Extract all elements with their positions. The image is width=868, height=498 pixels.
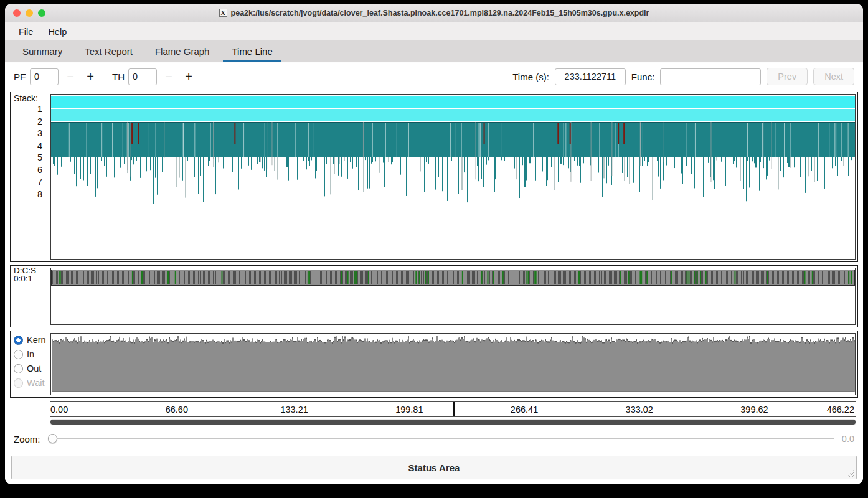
axis-tick-label: 133.21: [280, 405, 308, 415]
radio-option-out[interactable]: Out: [14, 364, 50, 374]
resize-grip[interactable]: [847, 469, 854, 477]
radio-out-label: Out: [27, 364, 41, 374]
kern-gutter: Kern In Out Wait: [11, 331, 50, 397]
pe-decrement-button[interactable]: −: [62, 68, 78, 85]
stack-row-label-3: 3: [14, 128, 42, 140]
func-label: Func:: [631, 72, 655, 82]
th-decrement-button[interactable]: −: [161, 68, 177, 85]
tab-time-line[interactable]: Time Line: [223, 40, 281, 62]
th-label: TH: [112, 72, 125, 82]
window-title-text: pea2k:/lus/scratch/jvogt/data/clover_lea…: [231, 9, 649, 17]
stack-row-labels: 1 2 3 4 5 6 7 8: [14, 103, 50, 200]
axis-tick-label: 66.60: [166, 405, 188, 415]
scrollbar-thumb[interactable]: [50, 420, 856, 425]
axis-gutter-spacer: [10, 401, 50, 417]
stack-gutter: Stack: 1 2 3 4 5 6 7 8: [11, 92, 50, 261]
dcs-id-label: 0:0:1: [14, 275, 50, 283]
horizontal-scrollbar[interactable]: [50, 419, 856, 425]
axis-tick-label: 466.22: [827, 405, 854, 415]
status-area: Status Area: [11, 456, 857, 479]
stack-row-label-1: 1: [14, 103, 42, 116]
axis-tick-label: 266.41: [511, 405, 538, 415]
traffic-lights: [13, 9, 45, 17]
tab-flame-graph[interactable]: Flame Graph: [146, 40, 219, 62]
radio-kern-label: Kern: [27, 335, 46, 345]
tab-summary[interactable]: Summary: [14, 40, 71, 62]
axis-tick-label: 0.00: [50, 405, 68, 415]
menu-bar: File Help: [5, 22, 863, 40]
dcs-chartbox: [50, 268, 856, 325]
radio-out-icon[interactable]: [14, 364, 23, 374]
close-button[interactable]: [13, 9, 21, 17]
stack-timeline-canvas[interactable]: [51, 95, 855, 259]
kern-panel: Kern In Out Wait: [10, 331, 858, 398]
stack-row-label-7: 7: [14, 176, 42, 189]
scrollbar-gutter-spacer: [10, 419, 50, 425]
radio-option-wait[interactable]: Wait: [14, 378, 50, 388]
tab-text-report[interactable]: Text Report: [76, 40, 141, 62]
th-increment-button[interactable]: +: [181, 68, 197, 85]
tab-bar: Summary Text Report Flame Graph Time Lin…: [5, 40, 863, 63]
zoom-slider[interactable]: [48, 434, 834, 444]
prev-button[interactable]: Prev: [767, 68, 808, 85]
radio-option-kern[interactable]: Kern: [14, 335, 50, 345]
dcs-timeline-canvas[interactable]: [51, 268, 855, 324]
window-title: X pea2k:/lus/scratch/jvogt/data/clover_l…: [219, 9, 649, 17]
time-axis[interactable]: 0.0066.60133.21199.81266.41333.02399.624…: [50, 401, 856, 417]
time-input[interactable]: [555, 68, 626, 85]
stack-chartbox: [50, 94, 856, 260]
zoom-slider-knob[interactable]: [48, 434, 57, 443]
time-axis-row: 0.0066.60133.21199.81266.41333.02399.624…: [10, 401, 858, 417]
radio-option-in[interactable]: In: [14, 349, 50, 359]
radio-in-icon[interactable]: [14, 350, 23, 359]
stack-row-label-2: 2: [14, 116, 42, 128]
titlebar: X pea2k:/lus/scratch/jvogt/data/clover_l…: [5, 4, 863, 22]
stack-panel: Stack: 1 2 3 4 5 6 7 8: [10, 92, 858, 262]
stack-row-label-8: 8: [14, 189, 42, 201]
status-text: Status Area: [408, 463, 460, 473]
radio-wait-label: Wait: [27, 378, 44, 388]
zoom-value: 0.0: [842, 434, 854, 444]
main-area: Stack: 1 2 3 4 5 6 7 8 D:C:S 0:0:: [5, 90, 863, 484]
radio-kern-icon[interactable]: [14, 336, 23, 345]
pe-label: PE: [14, 72, 26, 82]
app-window: X pea2k:/lus/scratch/jvogt/data/clover_l…: [5, 4, 863, 484]
toolbar: PE − + TH − + Time (s): Func: Prev Next: [5, 63, 863, 90]
radio-in-label: In: [27, 349, 34, 359]
pe-input[interactable]: [30, 68, 59, 85]
kern-timeline-canvas[interactable]: [51, 334, 855, 395]
pe-increment-button[interactable]: +: [82, 68, 98, 85]
radio-wait-icon[interactable]: [14, 378, 23, 388]
dcs-panel: D:C:S 0:0:1: [10, 265, 858, 327]
axis-tick-label: 199.81: [395, 405, 423, 415]
current-time-marker[interactable]: [453, 402, 455, 416]
menu-file[interactable]: File: [12, 24, 39, 39]
x11-app-icon: X: [219, 9, 227, 17]
scrollbar-row: [10, 419, 858, 425]
axis-tick-label: 333.02: [626, 405, 653, 415]
axis-tick-label: 399.62: [740, 405, 768, 415]
toolbar-right-group: Time (s): Func: Prev Next: [512, 68, 854, 85]
time-label: Time (s):: [512, 72, 549, 82]
minimize-button[interactable]: [26, 9, 33, 17]
func-input[interactable]: [660, 68, 761, 85]
maximize-button[interactable]: [38, 9, 45, 17]
th-input[interactable]: [128, 68, 157, 85]
stack-label: Stack:: [14, 93, 50, 103]
next-button[interactable]: Next: [813, 68, 854, 85]
zoom-row: Zoom: 0.0: [14, 431, 854, 447]
stack-row-label-4: 4: [14, 140, 42, 153]
dcs-gutter: D:C:S 0:0:1: [11, 266, 50, 327]
zoom-label: Zoom:: [14, 434, 40, 444]
stack-row-label-6: 6: [14, 164, 42, 177]
stack-row-label-5: 5: [14, 152, 42, 164]
kern-chartbox: [50, 333, 856, 395]
menu-help[interactable]: Help: [42, 24, 73, 39]
zoom-slider-track: [48, 438, 834, 439]
